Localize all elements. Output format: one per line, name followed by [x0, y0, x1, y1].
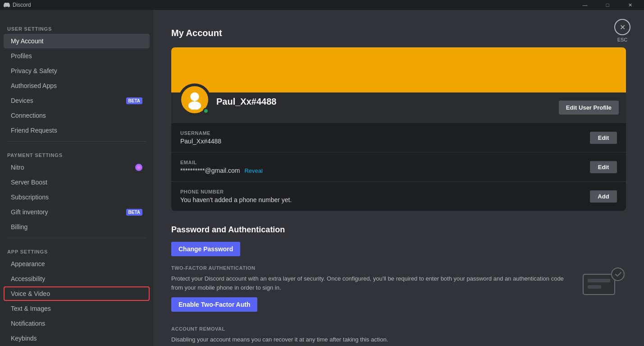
sidebar-item-label: Text & Images: [11, 305, 51, 312]
app-name: Discord: [13, 2, 31, 8]
sidebar-item-authorised-apps[interactable]: Authorised Apps: [4, 78, 150, 93]
username-field-info: USERNAME Paul_Xx#4488: [180, 130, 221, 145]
sidebar-item-label: Gift inventory: [11, 208, 48, 216]
two-factor-desc: Protect your Discord account with an ext…: [171, 274, 572, 292]
enable-2fa-button[interactable]: Enable Two-Factor Auth: [171, 297, 257, 312]
security-svg: [581, 265, 626, 297]
sidebar-item-devices[interactable]: Devices BETA: [4, 93, 150, 108]
main-content: ✕ ESC My Account: [153, 10, 644, 346]
sidebar-item-label: Connections: [11, 112, 46, 119]
fields-section: USERNAME Paul_Xx#4488 Edit EMAIL *******…: [171, 123, 626, 211]
profile-left: Paul_Xx#4488: [178, 83, 276, 116]
email-edit-button[interactable]: Edit: [590, 161, 617, 173]
username-display: Paul_Xx#4488: [216, 97, 276, 107]
sidebar-item-label: Subscriptions: [11, 194, 49, 201]
divider-2: [7, 238, 146, 238]
sidebar-item-label: Friend Requests: [11, 127, 57, 134]
minimize-button[interactable]: —: [575, 0, 595, 10]
email-value: **********@gmail.com Reveal: [180, 167, 263, 174]
phone-field-row: PHONE NUMBER You haven't added a phone n…: [171, 182, 626, 211]
app-container: USER SETTINGS My Account Profiles Privac…: [0, 10, 644, 346]
esc-circle-icon: ✕: [614, 19, 630, 35]
close-button[interactable]: ✕: [620, 0, 640, 10]
sidebar-item-profiles[interactable]: Profiles: [4, 49, 150, 63]
svg-rect-4: [588, 285, 601, 289]
change-password-button[interactable]: Change Password: [171, 242, 240, 256]
auth-section-title: Password and Authentication: [171, 225, 626, 235]
phone-field-info: PHONE NUMBER You haven't added a phone n…: [180, 189, 292, 203]
beta-badge: BETA: [126, 97, 142, 104]
username-edit-button[interactable]: Edit: [590, 132, 617, 144]
account-removal-desc: Disabling your account means you can rec…: [171, 335, 626, 344]
sidebar-item-text-images[interactable]: Text & Images: [4, 301, 150, 316]
sidebar-item-appearance[interactable]: Appearance: [4, 257, 150, 271]
nitro-icon: [135, 164, 142, 171]
user-settings-label: USER SETTINGS: [0, 19, 153, 33]
titlebar-left: Discord: [4, 2, 31, 8]
sidebar-item-my-account[interactable]: My Account: [4, 34, 150, 48]
sidebar-item-label: Appearance: [11, 260, 45, 268]
sidebar-item-label: Notifications: [11, 320, 45, 327]
maximize-button[interactable]: □: [597, 0, 618, 10]
discord-logo-icon: [4, 2, 10, 8]
sidebar-item-subscriptions[interactable]: Subscriptions: [4, 190, 150, 204]
sidebar-item-label: Devices: [11, 97, 33, 104]
sidebar-item-billing[interactable]: Billing: [4, 220, 150, 234]
svg-point-5: [612, 268, 624, 281]
sidebar-item-privacy-safety[interactable]: Privacy & Safety: [4, 64, 150, 78]
reveal-email-link[interactable]: Reveal: [244, 167, 262, 174]
sidebar-item-gift-inventory[interactable]: Gift inventory BETA: [4, 205, 150, 219]
esc-button[interactable]: ✕ ESC: [614, 19, 630, 42]
esc-label: ESC: [617, 37, 628, 42]
page-title: My Account: [171, 28, 626, 38]
two-factor-label: TWO-FACTOR AUTHENTICATION: [171, 265, 572, 271]
email-label: EMAIL: [180, 160, 263, 165]
sidebar-item-accessibility[interactable]: Accessibility: [4, 272, 150, 286]
sidebar-item-voice-video[interactable]: Voice & Video: [4, 286, 150, 301]
two-factor-left: TWO-FACTOR AUTHENTICATION Protect your D…: [171, 265, 572, 312]
svg-point-1: [188, 101, 201, 110]
profile-card: Paul_Xx#4488 Edit User Profile USERNAME …: [171, 47, 626, 211]
phone-add-button[interactable]: Add: [590, 190, 617, 203]
username-value: Paul_Xx#4488: [180, 138, 221, 145]
email-field-info: EMAIL **********@gmail.com Reveal: [180, 160, 263, 174]
profile-info: Paul_Xx#4488 Edit User Profile: [171, 92, 626, 123]
sidebar-item-label: Nitro: [11, 164, 24, 171]
sidebar-item-label: Server Boost: [11, 179, 47, 186]
edit-user-profile-button[interactable]: Edit User Profile: [559, 101, 619, 115]
payment-settings-label: PAYMENT SETTINGS: [0, 145, 153, 160]
avatar-wrapper: [178, 83, 211, 116]
titlebar: Discord — □ ✕: [0, 0, 644, 10]
sidebar-item-label: Profiles: [11, 52, 32, 60]
sidebar-item-keybinds[interactable]: Keybinds: [4, 331, 150, 346]
phone-label: PHONE NUMBER: [180, 189, 292, 194]
sidebar-item-label: Authorised Apps: [11, 82, 57, 89]
sidebar-item-label: Billing: [11, 223, 27, 231]
sidebar: USER SETTINGS My Account Profiles Privac…: [0, 10, 153, 346]
two-factor-container: TWO-FACTOR AUTHENTICATION Protect your D…: [171, 265, 626, 312]
username-field-row: USERNAME Paul_Xx#4488 Edit: [171, 123, 626, 152]
sidebar-item-connections[interactable]: Connections: [4, 108, 150, 123]
svg-point-0: [190, 92, 199, 101]
beta-badge-gift: BETA: [126, 209, 142, 216]
account-removal-label: ACCOUNT REMOVAL: [171, 326, 626, 332]
sidebar-item-notifications[interactable]: Notifications: [4, 316, 150, 331]
app-settings-label: APP SETTINGS: [0, 242, 153, 256]
sidebar-item-label: My Account: [11, 37, 43, 45]
sidebar-item-label: Accessibility: [11, 275, 45, 282]
avatar-icon: [185, 90, 205, 110]
svg-rect-3: [588, 279, 610, 282]
online-status-dot: [203, 108, 209, 114]
sidebar-item-server-boost[interactable]: Server Boost: [4, 175, 150, 189]
username-label: USERNAME: [180, 130, 221, 136]
sidebar-item-label: Keybinds: [11, 335, 37, 342]
divider-1: [7, 141, 146, 142]
sidebar-item-nitro[interactable]: Nitro: [4, 160, 150, 175]
sidebar-item-label: Privacy & Safety: [11, 67, 57, 74]
svg-rect-2: [583, 274, 615, 295]
sidebar-item-friend-requests[interactable]: Friend Requests: [4, 123, 150, 138]
titlebar-controls: — □ ✕: [575, 0, 640, 10]
sidebar-item-label: Voice & Video: [11, 290, 50, 297]
phone-value: You haven't added a phone number yet.: [180, 196, 292, 203]
security-illustration: [581, 265, 626, 297]
